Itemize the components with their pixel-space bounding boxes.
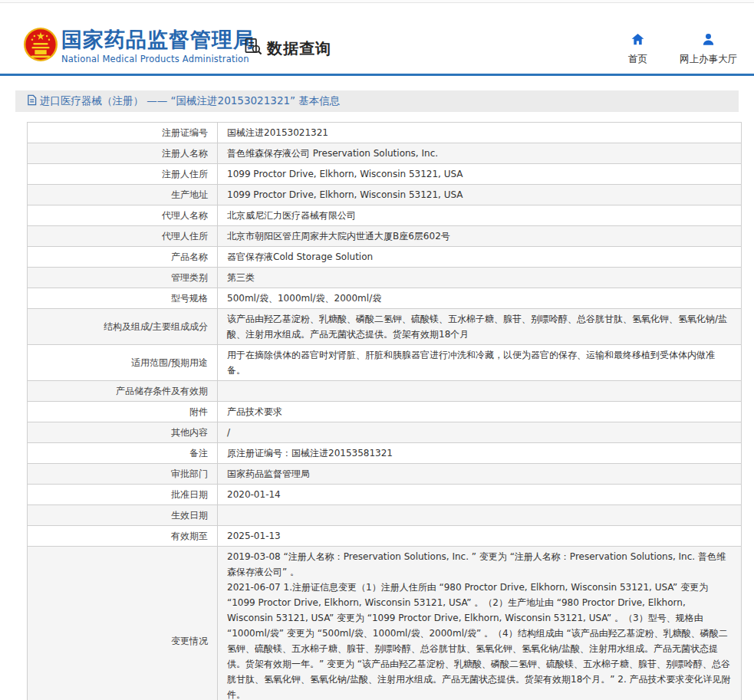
document-icon bbox=[27, 94, 37, 108]
row-label: 批准日期 bbox=[28, 485, 218, 505]
row-label: 型号规格 bbox=[28, 288, 218, 309]
table-row: 附件 产品技术要求 bbox=[28, 402, 742, 422]
row-value: 产品技术要求 bbox=[218, 402, 742, 422]
header-nav: 首页 网上办事大厅 bbox=[628, 32, 737, 66]
data-query-label: 数据查询 bbox=[267, 38, 331, 59]
row-value: 500ml/袋、1000ml/袋、2000ml/袋 bbox=[218, 288, 742, 309]
row-value bbox=[218, 381, 742, 402]
user-icon bbox=[701, 32, 716, 50]
site-title: 国家药品监督管理局 bbox=[61, 28, 255, 51]
table-row: 有效期至 2025-01-13 bbox=[28, 526, 742, 547]
change-entry: 2019-03-08 “注册人名称：Preservation Solutions… bbox=[227, 549, 732, 580]
row-label: 适用范围/预期用途 bbox=[28, 345, 218, 381]
row-label: 注册证编号 bbox=[28, 123, 218, 143]
row-value: 普色维森保存液公司 Preservation Solutions, Inc. bbox=[218, 143, 742, 164]
row-value: / bbox=[218, 422, 742, 443]
row-value: 2020-01-14 bbox=[218, 485, 742, 505]
row-label: 生效日期 bbox=[28, 505, 218, 526]
table-row: 管理类别 第三类 bbox=[28, 268, 742, 288]
row-label: 产品名称 bbox=[28, 247, 218, 268]
national-emblem-logo bbox=[23, 27, 58, 62]
document-search-icon bbox=[244, 37, 263, 60]
row-label: 代理人住所 bbox=[28, 226, 218, 247]
row-label: 变更情况 bbox=[28, 547, 218, 700]
home-icon bbox=[631, 32, 645, 50]
row-value: 北京市朝阳区管庄周家井大院内世通大厦B座6层602号 bbox=[218, 226, 742, 247]
row-value: 该产品由羟乙基淀粉、乳糖酸、磷酸二氢钾、硫酸镁、五水棉子糖、腺苷、别嘌呤醇、总谷… bbox=[218, 309, 742, 345]
brand-text: 国家药品监督管理局 National Medical Products Admi… bbox=[61, 28, 255, 64]
nav-home-label: 首页 bbox=[628, 53, 647, 66]
nav-home[interactable]: 首页 bbox=[628, 32, 647, 66]
row-value: 1099 Proctor Drive, Elkhorn, Wisconsin 5… bbox=[218, 185, 742, 205]
data-query-section[interactable]: 数据查询 bbox=[244, 37, 331, 60]
table-row: 审批部门 国家药品监督管理局 bbox=[28, 464, 742, 485]
page-title: 进口医疗器械（注册） —— “国械注进20153021321” 基本信息 bbox=[40, 94, 340, 108]
table-row: 生产地址 1099 Proctor Drive, Elkhorn, Wiscon… bbox=[28, 185, 742, 205]
row-label: 其他内容 bbox=[28, 422, 218, 443]
table-row: 产品储存条件及有效期 bbox=[28, 381, 742, 402]
main-content: 进口医疗器械（注册） —— “国械注进20153021321” 基本信息 注册证… bbox=[0, 90, 754, 700]
table-row: 代理人住所 北京市朝阳区管庄周家井大院内世通大厦B座6层602号 bbox=[28, 226, 742, 247]
row-label: 审批部门 bbox=[28, 464, 218, 485]
table-row-changes: 变更情况 2019-03-08 “注册人名称：Preservation Solu… bbox=[28, 547, 742, 700]
page-title-bar: 进口医疗器械（注册） —— “国械注进20153021321” 基本信息 bbox=[15, 90, 739, 112]
row-value: 北京威尼汇力医疗器械有限公司 bbox=[218, 205, 742, 226]
row-label: 管理类别 bbox=[28, 268, 218, 288]
row-label: 有效期至 bbox=[28, 526, 218, 547]
site-header: 国家药品监督管理局 National Medical Products Admi… bbox=[0, 3, 754, 74]
table-row: 其他内容 / bbox=[28, 422, 742, 443]
nav-service-hall[interactable]: 网上办事大厅 bbox=[680, 32, 737, 66]
row-label: 注册人名称 bbox=[28, 143, 218, 164]
row-label: 附件 bbox=[28, 402, 218, 422]
site-subtitle: National Medical Products Administration bbox=[61, 54, 255, 64]
row-value-changes: 2019-03-08 “注册人名称：Preservation Solutions… bbox=[218, 547, 742, 700]
row-label: 产品储存条件及有效期 bbox=[28, 381, 218, 402]
row-value: 器官保存液Cold Storage Solution bbox=[218, 247, 742, 268]
row-value: 国家药品监督管理局 bbox=[218, 464, 742, 485]
table-row: 型号规格 500ml/袋、1000ml/袋、2000ml/袋 bbox=[28, 288, 742, 309]
row-value: 1099 Proctor Drive, Elkhorn, Wisconsin 5… bbox=[218, 164, 742, 185]
row-value: 第三类 bbox=[218, 268, 742, 288]
table-row: 结构及组成/主要组成成分 该产品由羟乙基淀粉、乳糖酸、磷酸二氢钾、硫酸镁、五水棉… bbox=[28, 309, 742, 345]
table-row: 注册证编号 国械注进20153021321 bbox=[28, 123, 742, 143]
change-entry: 2021-06-07 1.注册证信息变更（1）注册人住所由 “980 Proct… bbox=[227, 580, 732, 700]
row-label: 注册人住所 bbox=[28, 164, 218, 185]
table-row: 生效日期 bbox=[28, 505, 742, 526]
row-value: 2025-01-13 bbox=[218, 526, 742, 547]
table-row: 注册人住所 1099 Proctor Drive, Elkhorn, Wisco… bbox=[28, 164, 742, 185]
row-value bbox=[218, 505, 742, 526]
row-value: 原注册证编号：国械注进20153581321 bbox=[218, 443, 742, 464]
nav-service-hall-label: 网上办事大厅 bbox=[680, 53, 737, 66]
row-value: 用于在摘除供体的器官时对肾脏、肝脏和胰腺器官进行冲洗和冷藏，以便为器官的保存、运… bbox=[218, 345, 742, 381]
header-rule bbox=[0, 74, 754, 76]
table-row: 适用范围/预期用途 用于在摘除供体的器官时对肾脏、肝脏和胰腺器官进行冲洗和冷藏，… bbox=[28, 345, 742, 381]
row-label: 代理人名称 bbox=[28, 205, 218, 226]
row-label: 备注 bbox=[28, 443, 218, 464]
table-row: 代理人名称 北京威尼汇力医疗器械有限公司 bbox=[28, 205, 742, 226]
table-row: 批准日期 2020-01-14 bbox=[28, 485, 742, 505]
row-label: 生产地址 bbox=[28, 185, 218, 205]
table-row: 产品名称 器官保存液Cold Storage Solution bbox=[28, 247, 742, 268]
table-row: 备注 原注册证编号：国械注进20153581321 bbox=[28, 443, 742, 464]
registration-info-table: 注册证编号 国械注进20153021321 注册人名称 普色维森保存液公司 Pr… bbox=[27, 122, 742, 700]
row-label: 结构及组成/主要组成成分 bbox=[28, 309, 218, 345]
table-row: 注册人名称 普色维森保存液公司 Preservation Solutions, … bbox=[28, 143, 742, 164]
row-value: 国械注进20153021321 bbox=[218, 123, 742, 143]
